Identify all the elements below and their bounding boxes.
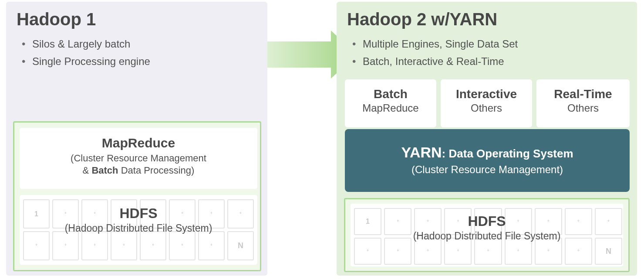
hdfs-box: HDFS (Hadoop Distributed File System) 1°… — [20, 195, 257, 265]
hdfs-node-tile: ° — [23, 231, 50, 260]
hadoop1-title: Hadoop 1 — [6, 2, 267, 29]
yarn-heading: YARN: Data Operating System — [345, 144, 630, 161]
hdfs-node-tile: ° — [111, 231, 137, 260]
yarn-bar: YARN: Data Operating System (Cluster Res… — [345, 129, 630, 192]
hdfs-node-tile: ° — [81, 231, 108, 260]
hadoop1-stack: MapReduce (Cluster Resource Management &… — [13, 121, 261, 271]
hdfs-node-tile: ° — [52, 231, 79, 260]
hdfs-titles: HDFS (Hadoop Distributed File System) — [20, 205, 257, 234]
hdfs-sub: (Hadoop Distributed File System) — [20, 222, 257, 234]
hadoop2-bullet: Multiple Engines, Single Data Set — [363, 35, 637, 53]
engine-interactive-box: Interactive Others — [441, 79, 532, 127]
hdfs-node-tile: ° — [140, 231, 166, 260]
hdfs-heading: HDFS — [351, 213, 623, 229]
hadoop1-bullets: Silos & Largely batch Single Processing … — [6, 29, 267, 70]
engine-sub: Others — [441, 101, 532, 114]
engine-realtime-box: Real-Time Others — [536, 79, 630, 127]
hdfs-sub: (Hadoop Distributed File System) — [351, 229, 623, 242]
mapreduce-heading: MapReduce — [20, 136, 257, 150]
engine-heading: Real-Time — [536, 87, 630, 101]
hadoop1-bullet: Silos & Largely batch — [32, 35, 267, 53]
mapreduce-box: MapReduce (Cluster Resource Management &… — [20, 128, 257, 189]
hdfs-node-tile: ° — [198, 231, 225, 260]
hdfs-node-tile: N — [227, 231, 254, 260]
hadoop1-bullet: Single Processing engine — [32, 53, 267, 70]
hadoop2-title: Hadoop 2 w/YARN — [337, 2, 637, 29]
engine-sub: Others — [536, 101, 630, 114]
engine-heading: Batch — [345, 87, 436, 101]
mapreduce-sub: (Cluster Resource Management & Batch Dat… — [20, 150, 257, 177]
engine-sub: MapReduce — [345, 101, 436, 114]
hadoop2-hdfs-stack: HDFS (Hadoop Distributed File System) 1°… — [344, 198, 630, 272]
hdfs-box: HDFS (Hadoop Distributed File System) 1°… — [351, 204, 623, 266]
engine-batch-box: Batch MapReduce — [345, 79, 436, 127]
hadoop2-bullet: Batch, Interactive & Real-Time — [363, 53, 637, 70]
hdfs-node-tile: ° — [169, 231, 196, 260]
hadoop2-bullets: Multiple Engines, Single Data Set Batch,… — [337, 29, 637, 70]
yarn-sub: (Cluster Resource Management) — [345, 161, 630, 176]
hdfs-heading: HDFS — [20, 205, 257, 222]
engine-heading: Interactive — [441, 87, 532, 101]
hdfs-titles: HDFS (Hadoop Distributed File System) — [351, 213, 623, 242]
